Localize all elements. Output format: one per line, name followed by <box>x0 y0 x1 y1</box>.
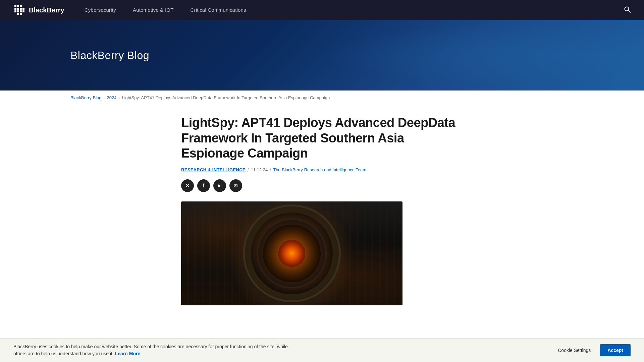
breadcrumb-year[interactable]: 2024 <box>107 95 116 100</box>
main-content: LightSpy: APT41 Deploys Advanced DeepDat… <box>168 105 476 325</box>
facebook-icon: f <box>203 183 204 189</box>
breadcrumb: BlackBerry Blog › 2024 › LightSpy: APT41… <box>70 95 574 100</box>
nav-menu: Cybersecurity Automotive & IOT Critical … <box>85 7 246 13</box>
social-share-row: ✕ f in ✉ <box>181 179 463 192</box>
svg-rect-11 <box>17 13 19 15</box>
svg-rect-7 <box>14 10 16 12</box>
svg-rect-9 <box>20 10 22 12</box>
article-author[interactable]: The BlackBerry Research and Intelligence… <box>273 167 366 172</box>
nav-item-critical[interactable]: Critical Communications <box>191 7 246 13</box>
share-linkedin-button[interactable]: in <box>213 179 226 192</box>
nav-item-cybersecurity[interactable]: Cybersecurity <box>85 7 116 13</box>
article-title: LightSpy: APT41 Deploys Advanced DeepDat… <box>181 115 463 161</box>
blackberry-logo[interactable]: BlackBerry <box>13 4 64 16</box>
svg-rect-10 <box>22 10 24 12</box>
breadcrumb-sep-2: › <box>118 96 120 100</box>
meta-sep-1: / <box>248 167 249 173</box>
breadcrumb-sep-1: › <box>103 96 105 100</box>
main-navigation: BlackBerry Cybersecurity Automotive & IO… <box>0 0 644 20</box>
share-facebook-button[interactable]: f <box>197 179 210 192</box>
image-center-glow <box>278 240 305 267</box>
svg-rect-12 <box>20 13 22 15</box>
svg-rect-1 <box>17 5 19 7</box>
image-background <box>181 201 402 305</box>
article-date: 11.12.24 <box>251 167 268 172</box>
share-twitter-button[interactable]: ✕ <box>181 179 194 192</box>
linkedin-icon: in <box>218 183 222 188</box>
x-icon: ✕ <box>185 183 190 188</box>
article-meta: RESEARCH & INTELLIGENCE / 11.12.24 / The… <box>181 167 463 173</box>
svg-rect-8 <box>17 10 19 12</box>
svg-point-13 <box>625 7 629 11</box>
svg-rect-3 <box>14 8 16 10</box>
hero-title: BlackBerry Blog <box>70 49 149 62</box>
article-category[interactable]: RESEARCH & INTELLIGENCE <box>181 167 246 172</box>
hero-banner: BlackBerry Blog <box>0 20 644 90</box>
svg-rect-4 <box>17 8 19 10</box>
search-icon[interactable] <box>624 6 631 14</box>
nav-item-automotive[interactable]: Automotive & IOT <box>133 7 174 13</box>
share-email-button[interactable]: ✉ <box>229 179 242 192</box>
blackberry-logo-icon <box>13 4 25 16</box>
breadcrumb-home[interactable]: BlackBerry Blog <box>70 95 101 100</box>
article-hero-image <box>181 201 402 305</box>
email-icon: ✉ <box>234 183 238 188</box>
breadcrumb-bar: BlackBerry Blog › 2024 › LightSpy: APT41… <box>0 90 644 105</box>
svg-rect-5 <box>20 8 22 10</box>
logo-text: BlackBerry <box>29 6 64 14</box>
svg-line-14 <box>629 10 631 12</box>
svg-rect-2 <box>20 5 22 7</box>
meta-sep-2: / <box>270 167 271 173</box>
svg-rect-6 <box>22 8 24 10</box>
svg-rect-0 <box>14 5 16 7</box>
breadcrumb-current: LightSpy: APT41 Deploys Advanced DeepDat… <box>122 95 330 100</box>
